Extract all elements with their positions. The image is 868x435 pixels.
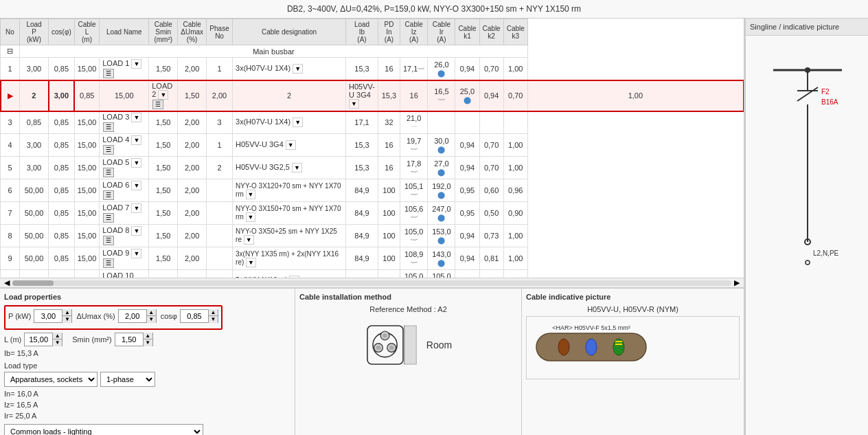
cell-l: 15,00 xyxy=(74,179,100,202)
cell-designation: H05VV-U 3G4 ▼ xyxy=(346,80,378,111)
cable-indicative-title: Cable indicative picture xyxy=(526,293,740,301)
dumax-spinner-btns[interactable]: ▲ ▼ xyxy=(146,309,156,323)
smin-input[interactable]: 1,50 xyxy=(115,334,143,345)
name-dropdown-btn[interactable]: ▼ xyxy=(131,135,141,145)
cell-k2: 0,70 xyxy=(503,80,527,111)
table-row[interactable]: 6 50,00 0,85 15,00 LOAD 6 ▼ ☰ 1,50 2,00 xyxy=(1,179,744,202)
l-spinner[interactable]: 15,00 ▲ ▼ xyxy=(24,333,62,346)
cell-phase xyxy=(207,247,233,270)
l-down-btn[interactable]: ▼ xyxy=(52,339,62,346)
table-container[interactable]: No LoadP(kW) cos(φ) CableL(m) Load Name … xyxy=(0,19,744,278)
load-props-title: Load properties xyxy=(4,293,290,301)
cell-ir: 30,0 ⬤ xyxy=(428,134,455,157)
cosphi-up-btn[interactable]: ▲ xyxy=(208,309,218,316)
smin-up-btn[interactable]: ▲ xyxy=(143,333,152,339)
cell-ib: 15,3 xyxy=(346,58,378,80)
expand-icon[interactable]: ⊟ xyxy=(7,47,13,55)
cosphi-input[interactable]: 0,85 xyxy=(181,311,208,322)
l-input[interactable]: 15,00 xyxy=(25,334,52,345)
th-cable-k2: Cablek2 xyxy=(479,19,503,45)
smin-down-btn[interactable]: ▼ xyxy=(143,339,152,346)
desig-dropdown-btn[interactable]: ▼ xyxy=(244,235,254,245)
dumax-spinner[interactable]: 2,00 ▲ ▼ xyxy=(118,309,157,323)
p-down-btn[interactable]: ▼ xyxy=(62,316,71,323)
name-dropdown-btn[interactable]: ▼ xyxy=(131,158,141,168)
name-select-btn[interactable]: ☰ xyxy=(103,145,114,155)
name-dropdown-btn[interactable]: ▼ xyxy=(131,181,141,190)
p-input[interactable]: 3,00 xyxy=(34,311,62,322)
scroll-left-btn[interactable]: ◀ xyxy=(1,278,12,287)
load-type-label: Load type xyxy=(4,361,290,370)
desig-dropdown-btn[interactable]: ▼ xyxy=(292,163,302,172)
dumax-up-btn[interactable]: ▲ xyxy=(146,309,156,316)
name-dropdown-btn[interactable]: ▼ xyxy=(131,59,141,69)
p-spinner-btns[interactable]: ▲ ▼ xyxy=(62,309,71,323)
p-up-btn[interactable]: ▲ xyxy=(62,309,71,316)
name-dropdown-btn[interactable]: ▼ xyxy=(131,203,141,213)
cell-iz: 108,9 〰 xyxy=(400,247,427,270)
p-spinner[interactable]: 3,00 ▲ ▼ xyxy=(34,309,72,323)
cosphi-spinner-btns[interactable]: ▲ ▼ xyxy=(208,309,218,323)
current-values-2: In= 16,0 A xyxy=(4,390,290,398)
common-loads-dropdown-row: Common loads - lighting Common loads - s… xyxy=(4,424,290,435)
desig-dropdown-btn[interactable]: ▼ xyxy=(246,258,256,267)
name-select-btn[interactable]: ☰ xyxy=(152,100,163,109)
table-row[interactable]: ▶ 2 3,00 0,85 15,00 LOAD 2 ▼ ☰ 1,50 2,00 xyxy=(1,80,744,111)
desig-dropdown-btn[interactable]: ▼ xyxy=(293,118,303,127)
l-label: L (m) xyxy=(4,335,21,344)
cell-designation: NYY-O 3X150+70 sm + NYY 1X70 rm ▼ xyxy=(233,202,346,225)
table-row[interactable]: 5 3,00 0,85 15,00 LOAD 5 ▼ ☰ 1,50 2,00 2 xyxy=(1,157,744,179)
cell-arrow: ▶ xyxy=(1,80,20,111)
busbar-row: ⊟ Main busbar xyxy=(1,45,744,58)
name-select-btn[interactable]: ☰ xyxy=(103,213,114,223)
table-row[interactable]: 1 3,00 0,85 15,00 LOAD 1 ▼ ☰ 1,50 2,00 1 xyxy=(1,58,744,80)
name-select-btn[interactable]: ☰ xyxy=(103,190,114,200)
name-select-btn[interactable]: ☰ xyxy=(103,236,114,245)
table-row[interactable]: 8 50,00 0,85 15,00 LOAD 8 ▼ ☰ 1,50 2,00 xyxy=(1,225,744,247)
wave-icon: 〰 xyxy=(411,123,418,131)
scrollbar-thumb[interactable] xyxy=(12,280,54,286)
dumax-down-btn[interactable]: ▼ xyxy=(146,316,156,323)
name-select-btn[interactable]: ☰ xyxy=(103,122,114,132)
cell-p: 3,00 xyxy=(20,58,49,80)
smin-spinner-btns[interactable]: ▲ ▼ xyxy=(143,333,152,346)
smin-spinner[interactable]: 1,50 ▲ ▼ xyxy=(115,333,153,346)
table-row[interactable]: 3 0,85 0,85 15,00 LOAD 3 ▼ ☰ 1,50 2,00 3 xyxy=(1,111,744,134)
l-up-btn[interactable]: ▲ xyxy=(52,333,62,339)
cell-designation: NYY-O 3X50+25 sm + NYY 1X25 re ▼ xyxy=(233,225,346,247)
table-row[interactable]: 7 50,00 0,85 15,00 LOAD 7 ▼ ☰ 1,50 2,00 xyxy=(1,202,744,225)
name-select-btn[interactable]: ☰ xyxy=(103,168,114,177)
cell-p: 3,00 xyxy=(20,134,49,157)
name-dropdown-btn[interactable]: ▼ xyxy=(131,113,141,122)
name-select-btn[interactable]: ☰ xyxy=(103,258,114,268)
desig-dropdown-btn[interactable]: ▼ xyxy=(349,99,359,109)
name-select-btn[interactable]: ☰ xyxy=(103,69,114,78)
horizontal-scrollbar[interactable]: ◀ ▶ xyxy=(0,278,744,287)
desig-dropdown-btn[interactable]: ▼ xyxy=(293,64,303,74)
cell-k2: 0,73 xyxy=(479,225,503,247)
ir-icon: ⬤ xyxy=(437,168,445,176)
common-loads-select[interactable]: Common loads - lighting Common loads - s… xyxy=(4,424,203,435)
cell-ib: 15,3 xyxy=(346,134,378,157)
cosphi-spinner[interactable]: 0,85 ▲ ▼ xyxy=(180,309,218,323)
name-dropdown-btn[interactable]: ▼ xyxy=(131,226,141,236)
name-dropdown-btn[interactable]: ▼ xyxy=(158,90,168,100)
table-row[interactable]: 9 50,00 0,85 15,00 LOAD 9 ▼ ☰ 1,50 2,00 xyxy=(1,247,744,270)
table-row[interactable]: 4 3,00 0,85 15,00 LOAD 4 ▼ ☰ 1,50 2,00 1 xyxy=(1,134,744,157)
desig-dropdown-btn[interactable]: ▼ xyxy=(286,140,296,150)
desig-dropdown-btn[interactable]: ▼ xyxy=(246,212,256,222)
cell-cos: 0,85 xyxy=(49,202,75,225)
scroll-right-btn[interactable]: ▶ xyxy=(731,278,742,287)
desig-dropdown-btn[interactable]: ▼ xyxy=(246,190,256,199)
load-type-select[interactable]: Apparatuses, sockets Lighting Motor Othe… xyxy=(4,372,98,387)
l-spinner-btns[interactable]: ▲ ▼ xyxy=(52,333,62,346)
name-dropdown-btn[interactable]: ▼ xyxy=(131,249,141,258)
dumax-input[interactable]: 2,00 xyxy=(119,311,146,322)
scrollbar-track[interactable] xyxy=(12,280,731,286)
cosphi-down-btn[interactable]: ▼ xyxy=(208,316,218,323)
table-row[interactable]: 10 50,00 0,85 15,00 LOAD 10 ▼ ☰ 1,50 2,0… xyxy=(1,270,744,278)
expand-cell[interactable]: ⊟ xyxy=(1,45,20,58)
th-pd-in: PDIn(A) xyxy=(378,19,400,45)
cell-dumax: 2,00 xyxy=(178,202,207,225)
phase-select[interactable]: 1-phase 3-phase xyxy=(100,372,155,387)
